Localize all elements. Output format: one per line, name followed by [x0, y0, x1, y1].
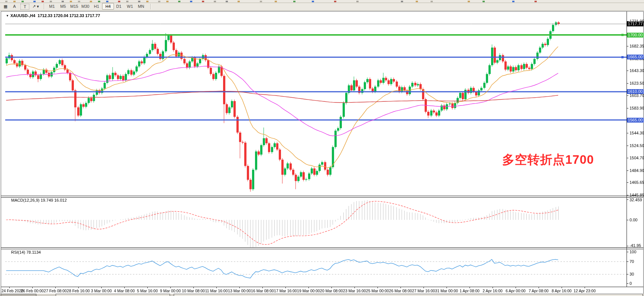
price-tick-label: 1465.65	[630, 180, 644, 185]
time-tick-label: 19 Mar 00:00	[297, 289, 320, 293]
time-tick-label: 25 Mar 00:00	[366, 289, 389, 293]
time-tick-label: 27 Mar 16:00	[412, 289, 435, 293]
clipped-icon	[483, 1, 485, 2]
price-tick-label: 1643.30	[630, 68, 644, 73]
clipped-icon	[334, 1, 336, 2]
time-tick-label: 9 Mar 00:00	[160, 289, 181, 293]
tool-text-label-icon[interactable]: A	[10, 3, 19, 10]
tool-arrow-tools-icon[interactable]: ↗ ▾	[30, 3, 42, 10]
time-tick-label: 28 Feb 16:00	[67, 289, 90, 293]
symbol-period-label: XAUUSD-,H4	[10, 13, 35, 18]
clipped-icon	[202, 1, 204, 2]
rsi-axis-tick	[627, 283, 628, 284]
clipped-icon	[416, 1, 418, 2]
rsi-panel-canvas[interactable]	[5, 249, 627, 287]
time-tick	[493, 287, 493, 288]
clipped-icon	[78, 1, 80, 2]
clipped-icon	[50, 1, 52, 2]
tool-grid-icon[interactable]: ▦	[1, 3, 10, 10]
clipped-icon	[70, 1, 72, 2]
time-tick	[124, 287, 125, 288]
main-toolbar: ▦AT↗ ▾M1M5M15M30H1H4D1W1MN	[0, 3, 644, 11]
time-tick-label: 24 Feb 2020	[1, 289, 23, 293]
time-tick-label: 12 Apr 23:00	[573, 289, 596, 293]
time-tick-label: 11 Mar 16:00	[205, 289, 228, 293]
time-tick-label: 26 Feb 00:00	[21, 289, 44, 293]
toolbar-separator	[150, 4, 151, 9]
price-tick-label: 1682.35	[630, 44, 644, 48]
clipped-window-edge	[174, 294, 643, 296]
time-tick-label: 5 Mar 16:00	[137, 289, 158, 293]
time-tick-label: 2 Apr 16:00	[483, 289, 503, 293]
time-tick-label: 4 Mar 08:00	[114, 289, 135, 293]
time-tick-label: 26 Mar 08:00	[389, 289, 412, 293]
timeframe-button-h1[interactable]: H1	[91, 3, 102, 10]
toolbar-separator	[44, 4, 45, 9]
tool-text-box-icon[interactable]: T	[20, 4, 29, 10]
timeframe-button-m1[interactable]: M1	[46, 3, 58, 10]
rsi-header: RSI(14) 78.1134	[11, 250, 41, 254]
clipped-window-edge	[1, 294, 36, 296]
macd-axis-tick	[627, 246, 628, 246]
timeframe-button-mn[interactable]: MN	[135, 3, 147, 10]
timeframe-button-h4[interactable]: H4	[102, 3, 114, 10]
time-tick	[401, 287, 401, 288]
clipped-icon	[138, 1, 140, 2]
time-tick	[239, 287, 240, 288]
price-line-badge: 1610.00	[627, 89, 644, 94]
macd-header: MACD(12,26,9) 19.749 16.012	[11, 198, 67, 202]
clipped-icon	[512, 1, 514, 2]
clipped-icon	[118, 1, 120, 2]
price-tick-label: 1544.30	[630, 131, 644, 135]
price-tick	[627, 133, 628, 133]
timeframe-button-m30[interactable]: M30	[80, 3, 91, 10]
rsi-axis-label: 100	[630, 250, 636, 254]
clipped-icon	[42, 1, 44, 2]
time-tick-label: 31 Mar 00:00	[435, 289, 458, 293]
rsi-axis-label: 0	[630, 281, 632, 286]
clipped-icon	[158, 1, 160, 2]
timeframe-button-w1[interactable]: W1	[124, 3, 135, 10]
price-axis-border	[627, 12, 627, 287]
clipped-icon	[33, 1, 36, 2]
clipped-icon	[312, 1, 314, 2]
time-tick-label: 20 Mar 08:00	[320, 289, 343, 293]
time-axis-border	[1, 287, 643, 287]
clipped-icon	[13, 1, 16, 2]
time-tick	[470, 287, 470, 288]
panel-separator-macd[interactable]	[1, 196, 643, 198]
macd-panel-canvas[interactable]	[5, 197, 627, 247]
panel-separator-rsi[interactable]	[1, 247, 643, 249]
clipped-toolbar-row	[0, 0, 644, 3]
time-tick	[585, 287, 585, 288]
clipped-icon	[431, 1, 433, 2]
macd-axis-label: 0.00	[630, 218, 637, 222]
chart-annotation-text[interactable]: 多空转折点1700	[502, 152, 594, 168]
rsi-axis-label: 70	[630, 259, 634, 264]
rsi-axis-tick	[627, 274, 628, 274]
timeframe-button-d1[interactable]: D1	[113, 3, 124, 10]
price-tick-label: 1445.85	[630, 193, 644, 197]
symbol-dropdown-icon[interactable]: ▼	[6, 14, 9, 17]
time-tick-label: 7 Apr 08:00	[529, 289, 549, 293]
time-tick	[562, 287, 562, 288]
price-tick	[627, 95, 628, 96]
rsi-axis-tick	[627, 252, 628, 252]
clipped-icon	[90, 1, 92, 2]
time-tick	[55, 287, 56, 288]
timeframe-button-m15[interactable]: M15	[69, 3, 80, 10]
price-line-badge: 1700.00	[627, 33, 644, 38]
macd-axis-tick	[627, 199, 628, 200]
clipped-icon	[166, 1, 169, 2]
time-tick	[331, 287, 332, 288]
timeframe-button-m5[interactable]: M5	[58, 3, 69, 10]
time-tick	[539, 287, 539, 288]
time-tick-label: 1 Apr 08:00	[460, 289, 480, 293]
price-tick-label: 1524.50	[630, 143, 644, 148]
clipped-icon	[535, 1, 537, 2]
clipped-icon	[146, 1, 148, 2]
time-tick	[262, 287, 263, 288]
price-tick	[627, 146, 628, 146]
clipped-icon	[226, 1, 228, 2]
clipped-icon	[190, 1, 192, 2]
